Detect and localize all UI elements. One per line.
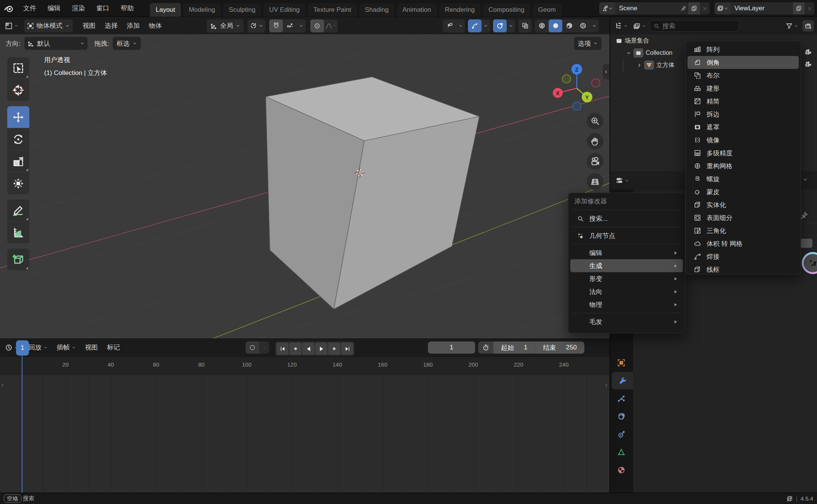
- menu-category-法向[interactable]: 法向: [570, 285, 683, 298]
- proportional-falloff-dropdown[interactable]: [324, 19, 338, 32]
- overlays-dropdown-arrow[interactable]: [507, 19, 515, 32]
- workspace-tab-animation[interactable]: Animation: [397, 3, 437, 17]
- properties-tab-object-data[interactable]: [610, 443, 632, 461]
- timeline-right-arrow[interactable]: ‹: [605, 381, 607, 388]
- modifier-item-screw[interactable]: 螺旋: [688, 172, 799, 185]
- tool-move[interactable]: [7, 106, 29, 128]
- perspective-toggle-button[interactable]: [587, 173, 603, 190]
- camera-view-button[interactable]: [587, 153, 603, 170]
- properties-tab-material[interactable]: [610, 461, 632, 479]
- viewport-menu-3[interactable]: 物体: [144, 19, 166, 32]
- shading-solid-button[interactable]: [549, 19, 562, 32]
- properties-tab-physics[interactable]: [610, 408, 632, 425]
- new-collection-button[interactable]: [803, 20, 814, 32]
- modifier-item-multires[interactable]: 多级精度: [688, 147, 799, 159]
- menu-category-形变[interactable]: 形变: [570, 272, 683, 285]
- editor-type-dropdown[interactable]: [2, 19, 21, 32]
- new-viewlayer-button[interactable]: [793, 2, 804, 14]
- jump-to-end-button[interactable]: [341, 343, 353, 355]
- outliner-search-input[interactable]: 搜索: [650, 20, 739, 32]
- prev-keyframe-button[interactable]: [289, 343, 302, 355]
- jump-to-start-button[interactable]: [276, 343, 289, 355]
- snap-toggle[interactable]: [269, 19, 283, 32]
- scene-selector[interactable]: Scene: [599, 2, 710, 14]
- workspace-tab-modeling[interactable]: Modeling: [183, 3, 221, 17]
- properties-editor-type-dropdown[interactable]: [614, 174, 630, 187]
- workspace-tab-uv-editing[interactable]: UV Editing: [263, 3, 305, 17]
- xray-toggle[interactable]: [518, 19, 532, 32]
- app-menu-0[interactable]: 文件: [18, 2, 42, 14]
- menu-item-geometry-nodes[interactable]: 几何节点: [570, 229, 683, 242]
- remove-viewlayer-button[interactable]: [804, 6, 814, 11]
- next-keyframe-button[interactable]: [328, 343, 340, 355]
- render-visibility-icon[interactable]: [805, 61, 812, 69]
- sidebar-collapse-arrow[interactable]: ‹: [603, 64, 610, 79]
- workspace-tab-geom[interactable]: Geom: [533, 3, 562, 17]
- play-reverse-button[interactable]: [302, 343, 314, 355]
- end-frame-field[interactable]: 结束 250: [535, 341, 584, 354]
- expand-icon[interactable]: [626, 51, 631, 56]
- workspace-tab-shading[interactable]: Shading: [359, 3, 394, 17]
- timeline-menu-3[interactable]: 标记: [102, 341, 124, 354]
- app-menu-1[interactable]: 编辑: [42, 2, 66, 14]
- tool-annotate[interactable]: [7, 199, 29, 221]
- modifier-item-bevel[interactable]: 倒角: [688, 56, 799, 69]
- properties-header-chevron[interactable]: [803, 177, 808, 184]
- show-overlays-toggle[interactable]: [493, 19, 507, 32]
- viewlayer-icon[interactable]: [715, 2, 731, 14]
- menu-category-hair[interactable]: 毛发: [570, 315, 683, 328]
- shading-dropdown-arrow[interactable]: [590, 19, 599, 32]
- direction-dropdown[interactable]: 默认: [24, 37, 88, 50]
- show-gizmo-toggle[interactable]: [468, 19, 482, 32]
- collapse-icon[interactable]: [637, 63, 642, 68]
- workspace-tab-texture-paint[interactable]: Texture Paint: [308, 3, 357, 17]
- render-visibility-icon[interactable]: [805, 49, 812, 57]
- options-dropdown[interactable]: 选项: [574, 37, 602, 50]
- viewport-menu-0[interactable]: 视图: [78, 19, 100, 32]
- workspace-tab-sculpting[interactable]: Sculpting: [223, 3, 261, 17]
- viewport-menu-2[interactable]: 添加: [122, 19, 144, 32]
- menu-category-生成[interactable]: 生成: [570, 259, 683, 272]
- tool-transform[interactable]: [7, 172, 29, 194]
- pin-id-icon[interactable]: [800, 211, 808, 222]
- timeline-menu-1[interactable]: 插帧: [52, 341, 80, 354]
- menu-category-物理[interactable]: 物理: [570, 298, 683, 311]
- tool-select-box[interactable]: [7, 57, 29, 79]
- workspace-tab-compositing[interactable]: Compositing: [483, 3, 530, 17]
- workspace-tab-layout[interactable]: Layout: [150, 3, 181, 17]
- pin-icon[interactable]: [678, 5, 688, 11]
- modifier-item-subsurf[interactable]: 表面细分: [688, 211, 799, 224]
- mode-dropdown[interactable]: 物体模式: [24, 19, 73, 32]
- navigation-gizmo[interactable]: Z X Y: [544, 57, 609, 122]
- drag-dropdown[interactable]: 框选: [113, 37, 141, 50]
- timeline-ruler[interactable]: 20406080100120140160180200220240: [0, 356, 610, 375]
- playhead-frame-badge[interactable]: 1: [16, 340, 29, 356]
- modifier-item-edge-split[interactable]: 拆边: [688, 108, 799, 121]
- visibility-dropdown[interactable]: [443, 19, 465, 32]
- transform-orientation-dropdown[interactable]: 全局: [207, 19, 244, 32]
- viewport-menu-1[interactable]: 选择: [100, 19, 122, 32]
- tool-rotate[interactable]: [7, 128, 29, 150]
- timeline-left-arrow[interactable]: ›: [2, 381, 3, 388]
- snap-pivot-dropdown[interactable]: [247, 19, 265, 32]
- viewlayer-selector[interactable]: ViewLayer: [715, 2, 814, 14]
- app-menu-3[interactable]: 窗口: [91, 2, 115, 14]
- rotate-view-badge[interactable]: [802, 252, 817, 274]
- play-button[interactable]: [315, 343, 327, 355]
- delete-scene-button[interactable]: [700, 6, 710, 11]
- properties-tab-particles[interactable]: [610, 390, 632, 407]
- viewlayer-name[interactable]: ViewLayer: [731, 5, 793, 12]
- timeline-menu-2[interactable]: 视图: [80, 341, 102, 354]
- visibility-arrow[interactable]: [456, 19, 465, 32]
- playhead-line[interactable]: [22, 356, 22, 493]
- scene-icon[interactable]: [599, 2, 615, 14]
- snap-target-dropdown[interactable]: [283, 19, 297, 32]
- gizmo-dropdown-arrow[interactable]: [482, 19, 490, 32]
- modifier-item-solidify[interactable]: 实体化: [688, 198, 799, 211]
- timeline-editor[interactable]: 回放插帧视图标记 1 起始 1 结束 250 204060801001201: [0, 339, 610, 493]
- blender-logo-icon[interactable]: [0, 3, 18, 13]
- shading-rendered-button[interactable]: [576, 19, 590, 32]
- menu-item-search[interactable]: 搜索...: [570, 212, 683, 225]
- properties-tab-modifiers[interactable]: [612, 372, 633, 389]
- tool-scale[interactable]: [7, 150, 29, 172]
